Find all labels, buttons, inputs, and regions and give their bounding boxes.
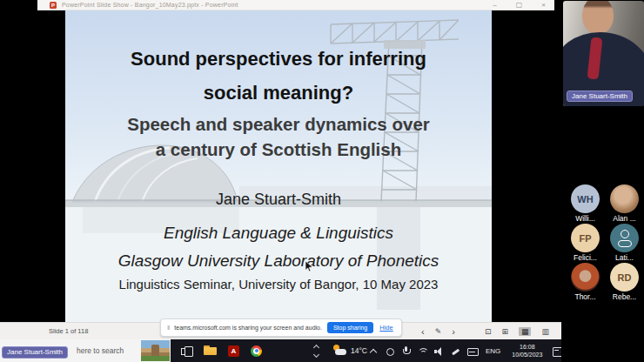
wifi-tray-icon[interactable] bbox=[417, 345, 428, 358]
participant-tile[interactable]: Alan ... bbox=[605, 184, 644, 224]
taskbar: here to search Jane Stuart-Smith A 14°C … bbox=[0, 339, 561, 362]
minimize-button[interactable]: – bbox=[493, 0, 496, 10]
volume-tray-icon[interactable] bbox=[433, 345, 445, 358]
hide-banner-link[interactable]: Hide bbox=[379, 324, 392, 332]
show-hidden-icons-chevron[interactable] bbox=[367, 345, 379, 358]
microphone-tray-icon[interactable] bbox=[400, 345, 412, 358]
slide-canvas: Sound perspectives for inferring social … bbox=[65, 10, 492, 322]
powerpoint-icon: P bbox=[50, 2, 57, 9]
search-text: here to search bbox=[77, 346, 124, 355]
zoom-slide-button[interactable]: ▦ bbox=[519, 327, 532, 336]
initials-avatar: FP bbox=[571, 224, 600, 252]
search-highlight-image[interactable] bbox=[141, 340, 170, 361]
adobe-acrobat-icon[interactable]: A bbox=[228, 345, 239, 357]
slide-venue: Linguistics Seminar, University of Bango… bbox=[65, 277, 492, 292]
participant-name: Willi... bbox=[575, 214, 595, 223]
participant-name: Alan ... bbox=[613, 214, 635, 223]
touch-keyboard-icon[interactable] bbox=[466, 345, 478, 358]
participant-tile[interactable]: FP Felici... bbox=[566, 224, 605, 263]
window-title: PowerPoint Slide Show - Bangor_10May23.p… bbox=[62, 2, 238, 8]
slide-title-line1: Sound perspectives for inferring bbox=[65, 42, 492, 76]
participant-name: Lati... bbox=[615, 253, 634, 262]
stop-sharing-button[interactable]: Stop sharing bbox=[327, 322, 373, 333]
annotate-pen-button[interactable]: ✎ bbox=[435, 327, 442, 336]
file-explorer-icon[interactable] bbox=[204, 345, 217, 356]
video-name-tag: Jane Stuart-Smith bbox=[567, 90, 633, 102]
slide-affiliation-line1: English Language & Linguistics bbox=[65, 219, 492, 247]
taskbar-overflow-arrows[interactable] bbox=[314, 345, 319, 357]
see-all-slides-button[interactable]: ⊞ bbox=[501, 327, 508, 336]
participant-tile[interactable]: Thor... bbox=[566, 263, 605, 302]
participant-tile[interactable]: Lati... bbox=[605, 224, 644, 263]
maximize-button[interactable]: ▢ bbox=[516, 0, 523, 10]
clock-date: 10/05/2023 bbox=[512, 351, 542, 359]
participant-tile[interactable]: RD Rebe... bbox=[605, 263, 644, 302]
slide-author: Jane Stuart-Smith bbox=[65, 191, 492, 209]
powerpoint-titlebar: P PowerPoint Slide Show - Bangor_10May23… bbox=[37, 0, 554, 10]
person-icon-avatar bbox=[610, 224, 639, 252]
clock-time: 16:08 bbox=[520, 343, 535, 351]
slide-subtitle-line1: Speech and speaker dynamics over bbox=[65, 112, 492, 137]
slide-counter: Slide 1 of 118 bbox=[49, 327, 88, 335]
participant-tile[interactable]: WH Willi... bbox=[566, 184, 605, 224]
language-indicator[interactable]: ENG bbox=[486, 347, 500, 355]
slide-affiliation-line2: Glasgow University Laboratory of Phoneti… bbox=[65, 247, 492, 275]
chrome-icon[interactable] bbox=[251, 345, 262, 357]
slide-title-line2: social meaning? bbox=[65, 76, 492, 110]
drag-handle-icon[interactable]: ‖ bbox=[167, 324, 170, 332]
slide-subtitle-line2: a century of Scottish English bbox=[65, 137, 492, 162]
previous-slide-button[interactable]: ‹ bbox=[421, 325, 425, 338]
mouse-cursor bbox=[305, 261, 314, 272]
teams-sidebar: Jane Stuart-Smith WH Willi... Alan ... F… bbox=[561, 0, 644, 362]
task-view-icon[interactable] bbox=[181, 345, 192, 357]
participants-grid: WH Willi... Alan ... FP Felici... Lati..… bbox=[566, 184, 644, 302]
presenter-view-button[interactable]: ▥ bbox=[541, 327, 549, 336]
initials-avatar: WH bbox=[571, 184, 600, 213]
participant-name: Thor... bbox=[574, 292, 595, 301]
initials-avatar: RD bbox=[610, 263, 639, 292]
next-slide-button[interactable]: › bbox=[452, 325, 455, 338]
presenter-name-tag: Jane Stuart-Smith bbox=[2, 346, 68, 359]
weather-temperature[interactable]: 14°C bbox=[351, 346, 367, 355]
share-message: teams.microsoft.com is sharing your scre… bbox=[174, 325, 322, 331]
pen-tray-icon[interactable] bbox=[450, 345, 461, 358]
screen-share-banner: ‖ teams.microsoft.com is sharing your sc… bbox=[160, 318, 402, 337]
subtitles-toggle-button[interactable]: ⊡ bbox=[485, 327, 492, 336]
close-button[interactable]: × bbox=[541, 0, 546, 10]
participant-name: Felici... bbox=[574, 253, 597, 262]
photo-avatar bbox=[571, 263, 600, 292]
presenter-head bbox=[582, 1, 614, 34]
clock[interactable]: 16:08 10/05/2023 bbox=[512, 343, 542, 359]
photo-avatar bbox=[610, 184, 639, 213]
screen: P PowerPoint Slide Show - Bangor_10May23… bbox=[0, 0, 644, 362]
weather-icon[interactable] bbox=[332, 345, 347, 357]
teams-tray-icon[interactable] bbox=[384, 345, 395, 358]
presenter-video-tile[interactable]: Jane Stuart-Smith bbox=[563, 1, 644, 106]
participant-name: Rebe... bbox=[613, 292, 636, 301]
